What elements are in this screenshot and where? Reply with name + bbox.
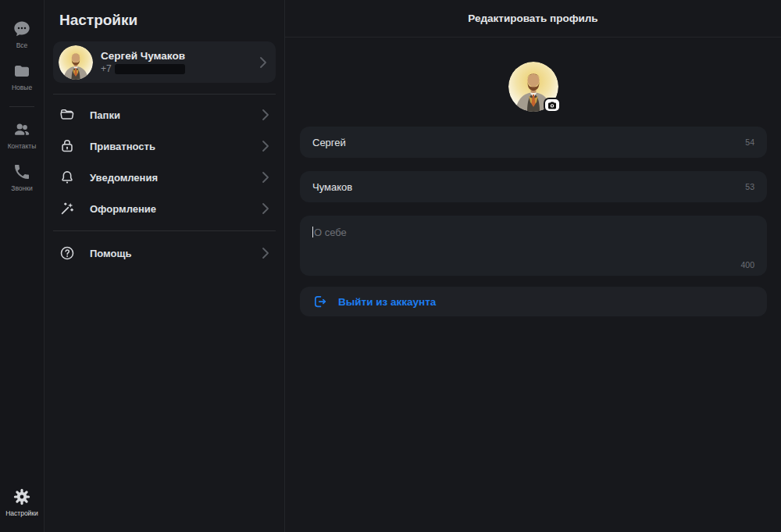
edit-profile-header: Редактировать профиль bbox=[285, 0, 781, 37]
menu-label: Приватность bbox=[90, 141, 262, 152]
phone-prefix: +7 bbox=[101, 63, 112, 75]
menu-label: Помощь bbox=[90, 248, 262, 259]
rail-label: Новые bbox=[12, 84, 32, 91]
about-placeholder-line: О себе bbox=[312, 225, 754, 239]
menu-item-privacy[interactable]: Приватность bbox=[45, 130, 284, 162]
bell-icon bbox=[59, 169, 76, 186]
menu-item-appearance[interactable]: Оформление bbox=[45, 193, 284, 224]
avatar bbox=[59, 45, 93, 80]
first-name-counter: 54 bbox=[745, 137, 754, 147]
edit-profile-title: Редактировать профиль bbox=[468, 12, 597, 24]
phone-redacted-bar bbox=[115, 64, 185, 74]
chevron-right-icon bbox=[260, 57, 266, 68]
profile-meta: Сергей Чумаков +7 bbox=[101, 49, 260, 75]
rail-item-contacts[interactable]: Контакты bbox=[0, 115, 44, 157]
rail-label: Контакты bbox=[8, 142, 37, 150]
menu-label: Оформление bbox=[90, 203, 262, 215]
chevron-right-icon bbox=[262, 203, 269, 214]
about-placeholder: О себе bbox=[314, 227, 347, 238]
magic-wand-icon bbox=[59, 200, 76, 217]
edit-profile-panel: Редактировать профиль Сергей 54 Чумаков … bbox=[285, 0, 781, 532]
rail-divider bbox=[9, 106, 34, 107]
chevron-right-icon bbox=[262, 141, 269, 152]
first-name-field[interactable]: Сергей 54 bbox=[300, 127, 767, 158]
gear-icon bbox=[12, 487, 31, 506]
divider bbox=[53, 230, 276, 231]
camera-icon bbox=[547, 102, 557, 109]
chevron-right-icon bbox=[262, 109, 269, 120]
divider bbox=[53, 94, 276, 95]
rail-item-settings[interactable]: Настройки bbox=[0, 482, 44, 524]
profile-name: Сергей Чумаков bbox=[101, 49, 260, 62]
folder-icon bbox=[12, 62, 31, 80]
profile-photo[interactable] bbox=[508, 62, 558, 112]
logout-icon bbox=[312, 294, 328, 309]
rail-label: Звонки bbox=[11, 184, 32, 192]
menu-item-help[interactable]: Помощь bbox=[45, 237, 284, 269]
menu-label: Папки bbox=[90, 109, 262, 121]
settings-menu: Папки Приватность bbox=[45, 99, 284, 269]
last-name-field[interactable]: Чумаков 53 bbox=[300, 171, 767, 202]
chevron-right-icon bbox=[262, 172, 269, 183]
menu-label: Уведомления bbox=[90, 172, 262, 184]
settings-title: Настройки bbox=[45, 0, 284, 29]
chevron-right-icon bbox=[262, 248, 269, 259]
change-photo-button[interactable] bbox=[544, 98, 561, 112]
about-field[interactable]: О себе 400 bbox=[300, 216, 767, 276]
menu-item-folders[interactable]: Папки bbox=[45, 99, 284, 130]
first-name-value: Сергей bbox=[312, 137, 737, 148]
rail-item-all-chats[interactable]: Все bbox=[0, 14, 44, 56]
rail-label: Настройки bbox=[5, 509, 38, 517]
last-name-value: Чумаков bbox=[312, 181, 737, 193]
nav-rail: Все Новые Контакты Звонки bbox=[0, 0, 45, 532]
logout-label: Выйти из аккаунта bbox=[338, 296, 436, 308]
text-caret bbox=[312, 227, 313, 237]
lock-icon bbox=[59, 137, 76, 155]
chat-bubble-icon bbox=[12, 20, 31, 38]
help-circle-icon bbox=[59, 245, 76, 262]
rail-item-calls[interactable]: Звонки bbox=[0, 157, 44, 199]
folder-open-icon bbox=[59, 106, 76, 123]
about-counter: 400 bbox=[740, 260, 754, 270]
rail-label: Все bbox=[16, 41, 28, 49]
last-name-counter: 53 bbox=[745, 182, 754, 191]
logout-button[interactable]: Выйти из аккаунта bbox=[300, 287, 767, 316]
menu-item-notifications[interactable]: Уведомления bbox=[45, 162, 284, 193]
users-icon bbox=[12, 120, 31, 139]
profile-card[interactable]: Сергей Чумаков +7 bbox=[53, 41, 276, 83]
profile-phone: +7 bbox=[101, 63, 260, 75]
settings-panel: Настройки Сергей Чумаков +7 Папки bbox=[45, 0, 285, 532]
rail-item-new[interactable]: Новые bbox=[0, 56, 44, 98]
phone-icon bbox=[12, 162, 31, 181]
edit-profile-form: Сергей 54 Чумаков 53 О себе 400 Выйти из… bbox=[285, 37, 781, 532]
